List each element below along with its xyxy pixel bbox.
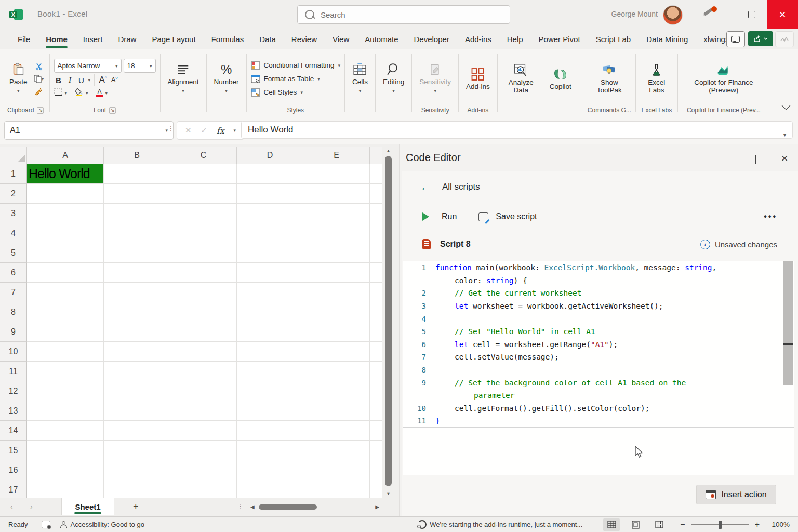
cell-d1[interactable] <box>237 164 303 184</box>
minimize-button[interactable]: — <box>712 0 736 29</box>
code-line-current[interactable]: 11} <box>403 415 794 428</box>
tab-data-mining[interactable]: Data Mining <box>640 29 694 49</box>
font-size-combo[interactable]: 18▾ <box>124 59 156 73</box>
cell-e16[interactable] <box>303 460 370 480</box>
cell-a2[interactable] <box>27 184 104 204</box>
chevron-down-icon[interactable]: ▾ <box>88 77 91 83</box>
cell-a4[interactable] <box>27 223 104 243</box>
tab-view[interactable]: View <box>326 29 355 49</box>
cell-e9[interactable] <box>303 322 370 342</box>
font-name-combo[interactable]: Aptos Narrow▾ <box>54 59 122 73</box>
column-header-b[interactable]: B <box>104 147 170 164</box>
cell-e14[interactable] <box>303 421 370 441</box>
cell-a17[interactable] <box>27 480 104 498</box>
cell-a10[interactable] <box>27 342 104 362</box>
zoom-level[interactable]: 100% <box>767 521 790 528</box>
editing-button[interactable]: Editing ▾ <box>380 61 407 97</box>
chevron-down-icon[interactable]: ▾ <box>65 90 68 96</box>
code-line[interactable]: parameter <box>403 389 794 402</box>
cell-a11[interactable] <box>27 362 104 381</box>
cell-a7[interactable] <box>27 283 104 302</box>
row-header-7[interactable]: 7 <box>0 283 27 302</box>
grow-font-button[interactable]: A^ <box>98 75 108 85</box>
addins-button[interactable]: Add-ins <box>463 65 493 92</box>
formula-input[interactable]: Hello World ▾ <box>241 121 793 139</box>
all-scripts-link[interactable]: ← All scripts <box>420 182 480 192</box>
next-sheet-button[interactable]: › <box>30 502 33 511</box>
cell-b2[interactable] <box>104 184 170 204</box>
cell-d10[interactable] <box>237 342 303 362</box>
tab-help[interactable]: Help <box>501 29 529 49</box>
editor-scrollbar[interactable] <box>783 261 793 385</box>
format-painter-button[interactable] <box>33 86 45 97</box>
tab-home[interactable]: Home <box>39 29 74 49</box>
run-button[interactable]: Run <box>442 212 457 221</box>
cell-e2[interactable] <box>303 184 370 204</box>
cell-e6[interactable] <box>303 263 370 283</box>
cell-d6[interactable] <box>237 263 303 283</box>
cell-e8[interactable] <box>303 302 370 322</box>
cell-d2[interactable] <box>237 184 303 204</box>
cell-b14[interactable] <box>104 421 170 441</box>
shrink-font-button[interactable]: Av <box>110 76 119 84</box>
format-as-table-button[interactable]: Format as Table▾ <box>251 72 320 86</box>
add-sheet-button[interactable]: + <box>133 501 139 512</box>
cell-b17[interactable] <box>104 480 170 498</box>
cell-e12[interactable] <box>303 381 370 401</box>
column-header-e[interactable]: E <box>303 147 370 164</box>
cell-b8[interactable] <box>104 302 170 322</box>
cell-b10[interactable] <box>104 342 170 362</box>
code-line[interactable]: 3let worksheet = workbook.getActiveWorks… <box>403 300 794 313</box>
cell-partial[interactable] <box>370 302 382 322</box>
cell-d12[interactable] <box>237 381 303 401</box>
row-header-5[interactable]: 5 <box>0 243 27 263</box>
cell-partial[interactable] <box>370 164 382 184</box>
cell-a6[interactable] <box>27 263 104 283</box>
cell-partial[interactable] <box>370 421 382 441</box>
tab-draw[interactable]: Draw <box>112 29 142 49</box>
cell-e3[interactable] <box>303 204 370 223</box>
cell-e15[interactable] <box>303 441 370 460</box>
cell-c3[interactable] <box>170 204 237 223</box>
column-header-a[interactable]: A <box>27 147 104 164</box>
cell-a3[interactable] <box>27 204 104 223</box>
row-header-6[interactable]: 6 <box>0 263 27 283</box>
cell-c7[interactable] <box>170 283 237 302</box>
analyze-data-button[interactable]: Analyze Data <box>502 61 540 96</box>
cell-a16[interactable] <box>27 460 104 480</box>
cell-partial[interactable] <box>370 381 382 401</box>
cell-c17[interactable] <box>170 480 237 498</box>
zoom-in-button[interactable]: + <box>755 520 760 529</box>
scroll-down-icon[interactable]: ▼ <box>383 489 393 498</box>
save-script-button[interactable]: Save script <box>496 212 537 221</box>
chevron-down-icon[interactable]: ▾ <box>105 90 108 96</box>
cell-e13[interactable] <box>303 401 370 421</box>
italic-button[interactable]: I <box>65 76 75 85</box>
search-box[interactable] <box>297 5 510 24</box>
maximize-button[interactable] <box>740 0 764 29</box>
tab-power-pivot[interactable]: Power Pivot <box>533 29 587 49</box>
accessibility-status[interactable]: Accessibility: Good to go <box>60 521 144 528</box>
cell-partial[interactable] <box>370 223 382 243</box>
row-header-4[interactable]: 4 <box>0 223 27 243</box>
cell-d3[interactable] <box>237 204 303 223</box>
tab-data[interactable]: Data <box>253 29 282 49</box>
worksheet-grid[interactable]: ABCDE1Hello World23456789101112131415161… <box>0 144 399 498</box>
cell-c14[interactable] <box>170 421 237 441</box>
cell-partial[interactable] <box>370 362 382 381</box>
cell-e17[interactable] <box>303 480 370 498</box>
vertical-scroll-thumb[interactable] <box>385 156 392 486</box>
cell-a15[interactable] <box>27 441 104 460</box>
font-color-button[interactable]: A <box>96 89 103 97</box>
cell-c10[interactable] <box>170 342 237 362</box>
search-input[interactable] <box>320 10 502 20</box>
row-header-2[interactable]: 2 <box>0 184 27 204</box>
select-all-corner[interactable] <box>0 147 27 164</box>
row-header-15[interactable]: 15 <box>0 441 27 460</box>
row-header-11[interactable]: 11 <box>0 362 27 381</box>
tab-developer[interactable]: Developer <box>408 29 456 49</box>
cell-c9[interactable] <box>170 322 237 342</box>
number-format-button[interactable]: % Number ▾ <box>211 61 242 97</box>
paste-button[interactable]: Paste ▾ <box>6 61 31 97</box>
code-line[interactable]: 2// Get the current worksheet <box>403 287 794 300</box>
